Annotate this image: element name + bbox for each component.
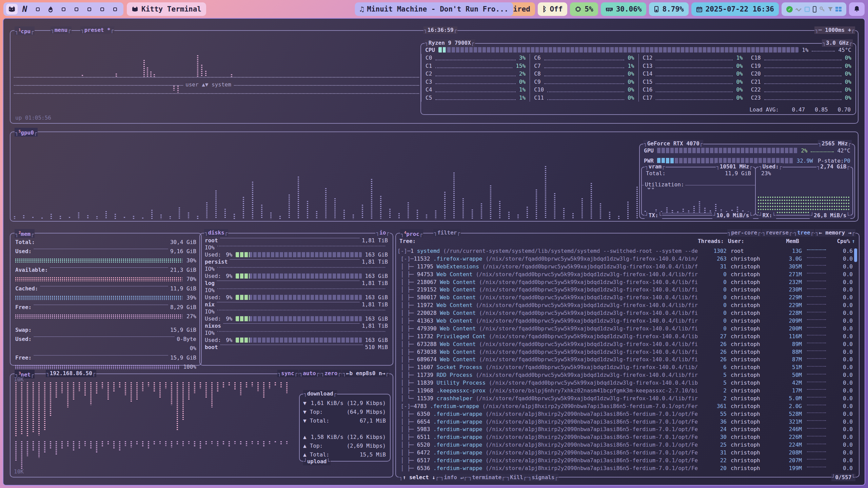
phone-icon[interactable] bbox=[812, 6, 817, 13]
notifications-chip[interactable] bbox=[849, 2, 865, 16]
process-row[interactable]: [-]─1 systemd (/run/current-system/syste… bbox=[397, 247, 853, 255]
clock: 16:36:59 bbox=[423, 26, 457, 34]
process-row[interactable]: │ ├─ 6654 .ferdium-wrappe (/nix/store/a1… bbox=[397, 418, 853, 426]
process-row[interactable]: │ ├─ 220028 Web Content (/nix/store/fqad… bbox=[397, 309, 853, 317]
auto-toggle[interactable]: auto bbox=[299, 370, 320, 377]
user-column-header[interactable]: User: bbox=[724, 238, 773, 244]
stat-percent: 30% bbox=[186, 257, 196, 264]
stat-value: 9,16 GiB bbox=[170, 248, 196, 255]
bluetooth-chip[interactable]: ᛒ Off bbox=[538, 2, 568, 16]
process-scrollbar[interactable] bbox=[854, 248, 857, 262]
process-row[interactable]: [-]─11532 .firefox-wrappe (/nix/store/fq… bbox=[397, 255, 853, 263]
workspace-7[interactable] bbox=[83, 4, 95, 15]
workspace-8[interactable] bbox=[96, 4, 108, 15]
workspace-9[interactable] bbox=[109, 4, 121, 15]
process-row[interactable]: │ ├─ 6536 .ferdium-wrappe (/nix/store/a1… bbox=[397, 464, 853, 472]
per-core-toggle[interactable]: per-core bbox=[727, 229, 761, 237]
workspace-nix[interactable]: N bbox=[19, 4, 31, 15]
clipboard-icon[interactable] bbox=[804, 6, 810, 12]
process-row[interactable]: │ └─ 11539 crashhelper (/nix/store/fqadd… bbox=[397, 394, 853, 402]
status-ok-icon[interactable]: ✓ bbox=[786, 6, 793, 13]
process-row[interactable]: │ ├─ 6520 .ferdium-wrappe (/nix/store/a1… bbox=[397, 441, 853, 449]
process-row[interactable]: │ ├─ 11607 Socket Process (/nix/store/fq… bbox=[397, 363, 853, 371]
window-title-chip[interactable]: Kitty Terminal bbox=[127, 2, 206, 16]
tx-label: TX: bbox=[645, 212, 662, 219]
cpu-panel-title[interactable]: 1cpu bbox=[15, 26, 35, 35]
proc-panel-title[interactable]: 4proc bbox=[400, 229, 423, 238]
keyboard-icon[interactable] bbox=[835, 7, 842, 12]
filter-button[interactable]: filter bbox=[433, 229, 461, 237]
workspace-6[interactable] bbox=[71, 4, 82, 15]
key-icon[interactable] bbox=[819, 6, 825, 12]
process-row[interactable]: │ ├─ 6517 .ferdium-wrappe (/nix/store/a1… bbox=[397, 456, 853, 464]
process-user: christoph bbox=[727, 457, 776, 464]
process-row[interactable]: │ ├─ 11739 RDD Process (/nix/store/fqadd… bbox=[397, 371, 853, 379]
process-row[interactable]: │ ├─ 580017 Web Content (/nix/store/fqad… bbox=[397, 293, 853, 301]
memory-panel-title[interactable]: 2mem bbox=[15, 229, 35, 238]
process-row[interactable]: │ ├─ 218067 Web Content (/nix/store/fqad… bbox=[397, 278, 853, 286]
wave-icon[interactable] bbox=[795, 7, 802, 12]
process-mem: 305M bbox=[776, 263, 802, 270]
memory-usage-chip[interactable]: 30.06% bbox=[601, 2, 647, 16]
process-row[interactable]: │ ├─ 41363 Web Content (/nix/store/fqadd… bbox=[397, 317, 853, 325]
process-row[interactable]: │ ├─ 11795 WebExtensions (/nix/store/fqa… bbox=[397, 263, 853, 270]
terminate-control[interactable]: terminate bbox=[468, 474, 506, 481]
process-row[interactable]: │ ├─ 5983 .ferdium-wrappe (/nix/store/a1… bbox=[397, 425, 853, 433]
process-row[interactable]: │ ├─ 673038 Web Content (/nix/store/fqad… bbox=[397, 348, 853, 356]
process-row[interactable]: │ ├─ 689674 Web Content (/nix/store/fqad… bbox=[397, 355, 853, 363]
process-cpu: 0.0 bbox=[831, 380, 853, 386]
process-row[interactable]: │ ├─ 673288 Web Content (/nix/store/fqad… bbox=[397, 340, 853, 348]
process-mem: 50M bbox=[776, 372, 802, 378]
tree-toggle[interactable]: tree bbox=[793, 229, 814, 237]
process-row[interactable]: │ ├─ 6472 .ferdium-wrappe (/nix/store/a1… bbox=[397, 449, 853, 456]
sync-toggle[interactable]: sync bbox=[277, 370, 298, 377]
interface-switcher[interactable]: ←b enp8s0 n→ bbox=[342, 370, 389, 377]
cpu-column-header[interactable]: Cpu% bbox=[828, 238, 850, 244]
funnel-icon[interactable] bbox=[828, 6, 833, 12]
process-row[interactable]: │ ├─ 11968 .keepassxc-prox (/nix/store/b… bbox=[397, 387, 853, 394]
workspace-5[interactable] bbox=[58, 4, 69, 15]
sort-column-switcher[interactable]: ← memory → bbox=[815, 229, 855, 237]
clock-chip[interactable]: 2025-07-22 16:36 bbox=[691, 2, 779, 16]
mem-column-header[interactable]: MemB bbox=[773, 238, 799, 244]
process-user: christoph bbox=[727, 411, 776, 417]
media-player-chip[interactable]: ♫ Minuit Machine - Don't Run Fro... bbox=[355, 2, 513, 16]
workspace-kitty[interactable] bbox=[6, 4, 18, 15]
core-label: C0 bbox=[426, 55, 432, 61]
disks-panel-title[interactable]: disks bbox=[204, 229, 228, 237]
threads-column-header[interactable]: Threads: bbox=[695, 238, 724, 244]
gpu-panel-title[interactable]: 5gpu0 bbox=[15, 128, 38, 137]
process-user: christoph bbox=[727, 434, 776, 440]
process-user: christoph bbox=[727, 279, 776, 285]
process-row[interactable]: │ ├─ 219152 Web Content (/nix/store/fqad… bbox=[397, 286, 853, 293]
core-label: C21 bbox=[751, 79, 761, 85]
net-stat-row: ▲ 1,58 KiB/s (12,6 Kibps) bbox=[303, 432, 386, 441]
process-row[interactable]: │ ├─ 94753 Web Content (/nix/store/fqadd… bbox=[397, 270, 853, 278]
update-interval-control[interactable]: ─ 1000ms + bbox=[814, 26, 855, 34]
process-row[interactable]: │ ├─ 11839 Utility Process (/nix/store/f… bbox=[397, 379, 853, 387]
process-row[interactable]: │ ├─ 6511 .ferdium-wrappe (/nix/store/a1… bbox=[397, 433, 853, 441]
io-mode-button[interactable]: io bbox=[375, 229, 390, 237]
kill-control[interactable]: Kill bbox=[506, 474, 527, 481]
info-control[interactable]: info ↵ bbox=[440, 474, 468, 481]
process-row[interactable]: │ ├─ 11972 Web Content (/nix/store/fqadd… bbox=[397, 301, 853, 309]
process-threads: 26 bbox=[698, 356, 727, 363]
process-threads: 5 bbox=[698, 372, 727, 378]
select-control[interactable]: ↑ select ↓ bbox=[399, 474, 439, 481]
process-row[interactable]: │ ├─ 6350 .ferdium-wrappe (/nix/store/a1… bbox=[397, 410, 853, 418]
preset-button[interactable]: preset * bbox=[80, 26, 114, 34]
menu-button[interactable]: menu bbox=[51, 26, 72, 34]
signals-control[interactable]: signals bbox=[528, 474, 558, 481]
workspace-3[interactable] bbox=[32, 4, 43, 15]
process-row[interactable]: [-]─4783 .ferdium-wrappe (/nix/store/a1p… bbox=[397, 402, 853, 410]
process-row[interactable]: │ ├─ 11732 Privileged Cont (/nix/store/f… bbox=[397, 332, 853, 340]
process-row[interactable]: │ ├─ 479390 Web Content (/nix/store/fqad… bbox=[397, 325, 853, 332]
sort-direction-icon[interactable]: ↑ bbox=[850, 238, 857, 244]
zero-toggle[interactable]: zero bbox=[320, 370, 341, 377]
tree-column-header[interactable]: Tree: bbox=[399, 238, 695, 244]
memory-stats: Total: 30,4 GiB Used: 9,16 GiB bbox=[11, 233, 201, 371]
workspace-flame[interactable] bbox=[45, 4, 56, 15]
cpu-usage-chip[interactable]: 5% bbox=[570, 2, 598, 16]
reverse-toggle[interactable]: reverse bbox=[762, 229, 793, 237]
disk-usage-chip[interactable]: 8.79% bbox=[649, 2, 688, 16]
